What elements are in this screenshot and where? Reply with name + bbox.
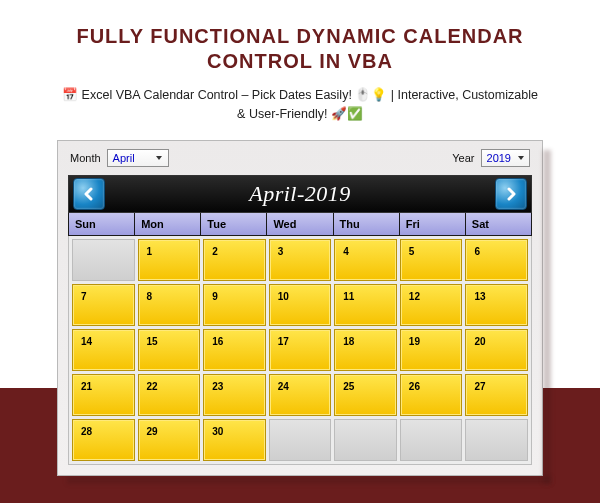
prev-month-button[interactable]: [73, 178, 105, 210]
day-cell[interactable]: 24: [269, 374, 332, 416]
day-number: 4: [343, 246, 349, 257]
day-number: 1: [147, 246, 153, 257]
day-cell[interactable]: 2: [203, 239, 266, 281]
calendar-header-title: April-2019: [249, 181, 351, 207]
day-number: 13: [474, 291, 485, 302]
day-cell-empty: [400, 419, 463, 461]
day-cell[interactable]: 20: [465, 329, 528, 371]
day-number: 7: [81, 291, 87, 302]
day-number: 8: [147, 291, 153, 302]
day-number: 27: [474, 381, 485, 392]
month-dropdown-value: April: [113, 152, 135, 164]
day-cell-empty: [72, 239, 135, 281]
chevron-down-icon: [153, 152, 166, 164]
day-number: 18: [343, 336, 354, 347]
month-dropdown[interactable]: April: [107, 149, 169, 167]
day-number: 5: [409, 246, 415, 257]
day-cell[interactable]: 5: [400, 239, 463, 281]
day-cell[interactable]: 11: [334, 284, 397, 326]
day-of-week-row: SunMonTueWedThuFriSat: [68, 213, 532, 236]
day-cell[interactable]: 8: [138, 284, 201, 326]
day-number: 16: [212, 336, 223, 347]
day-cell-empty: [269, 419, 332, 461]
page-subtitle: 📅 Excel VBA Calendar Control – Pick Date…: [0, 76, 600, 140]
day-number: 9: [212, 291, 218, 302]
day-number: 29: [147, 426, 158, 437]
day-number: 3: [278, 246, 284, 257]
day-cell[interactable]: 25: [334, 374, 397, 416]
day-cell-empty: [334, 419, 397, 461]
day-number: 30: [212, 426, 223, 437]
day-cell[interactable]: 1: [138, 239, 201, 281]
year-label: Year: [452, 152, 474, 164]
day-number: 12: [409, 291, 420, 302]
day-number: 26: [409, 381, 420, 392]
day-cell[interactable]: 10: [269, 284, 332, 326]
day-cell[interactable]: 30: [203, 419, 266, 461]
chevron-left-icon: [82, 187, 96, 201]
day-cell[interactable]: 16: [203, 329, 266, 371]
day-cell[interactable]: 21: [72, 374, 135, 416]
day-number: 2: [212, 246, 218, 257]
calendar-header: April-2019: [68, 175, 532, 213]
day-number: 11: [343, 291, 354, 302]
day-cell[interactable]: 7: [72, 284, 135, 326]
day-number: 20: [474, 336, 485, 347]
day-cell[interactable]: 9: [203, 284, 266, 326]
day-cell[interactable]: 19: [400, 329, 463, 371]
day-of-week-header: Sun: [69, 213, 134, 235]
chevron-right-icon: [504, 187, 518, 201]
day-number: 14: [81, 336, 92, 347]
day-cell-empty: [465, 419, 528, 461]
day-number: 19: [409, 336, 420, 347]
day-cell[interactable]: 4: [334, 239, 397, 281]
day-cell[interactable]: 15: [138, 329, 201, 371]
calendar-panel: Month April Year 2019 April-2: [57, 140, 543, 476]
month-label: Month: [70, 152, 101, 164]
day-number: 6: [474, 246, 480, 257]
day-cell[interactable]: 22: [138, 374, 201, 416]
day-number: 23: [212, 381, 223, 392]
day-of-week-header: Mon: [135, 213, 200, 235]
day-of-week-header: Fri: [400, 213, 465, 235]
day-cell[interactable]: 23: [203, 374, 266, 416]
day-number: 28: [81, 426, 92, 437]
year-dropdown-value: 2019: [487, 152, 511, 164]
chevron-down-icon: [514, 152, 527, 164]
day-cell[interactable]: 13: [465, 284, 528, 326]
day-grid: 1234567891011121314151617181920212223242…: [68, 236, 532, 465]
day-cell[interactable]: 26: [400, 374, 463, 416]
day-number: 24: [278, 381, 289, 392]
day-cell[interactable]: 27: [465, 374, 528, 416]
day-of-week-header: Tue: [201, 213, 266, 235]
day-cell[interactable]: 17: [269, 329, 332, 371]
day-cell[interactable]: 14: [72, 329, 135, 371]
day-of-week-header: Wed: [267, 213, 332, 235]
day-cell[interactable]: 6: [465, 239, 528, 281]
day-number: 21: [81, 381, 92, 392]
day-of-week-header: Sat: [466, 213, 531, 235]
day-cell[interactable]: 28: [72, 419, 135, 461]
day-cell[interactable]: 18: [334, 329, 397, 371]
day-number: 15: [147, 336, 158, 347]
page-title: FULLY FUNCTIONAL DYNAMIC CALENDAR CONTRO…: [0, 0, 600, 76]
day-of-week-header: Thu: [334, 213, 399, 235]
next-month-button[interactable]: [495, 178, 527, 210]
year-dropdown[interactable]: 2019: [481, 149, 530, 167]
day-number: 22: [147, 381, 158, 392]
day-number: 10: [278, 291, 289, 302]
day-number: 25: [343, 381, 354, 392]
day-number: 17: [278, 336, 289, 347]
day-cell[interactable]: 29: [138, 419, 201, 461]
day-cell[interactable]: 3: [269, 239, 332, 281]
day-cell[interactable]: 12: [400, 284, 463, 326]
control-bar: Month April Year 2019: [68, 147, 532, 175]
